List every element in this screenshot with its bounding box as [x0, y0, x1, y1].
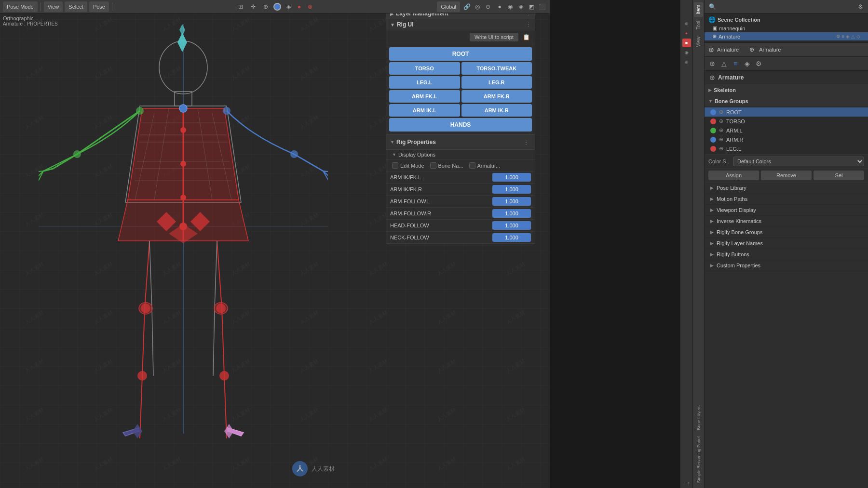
arm-fk-l-button[interactable]: ARM FK.L: [389, 90, 460, 103]
write-ui-icon[interactable]: 📋: [521, 32, 531, 42]
arm-tab-icon-3[interactable]: ≡: [731, 59, 740, 68]
color-set-select[interactable]: Default Colors Custom: [733, 157, 864, 166]
skeleton-section-header[interactable]: ▶ Skeleton: [705, 85, 868, 95]
filter-icon[interactable]: ⚙: [855, 2, 865, 12]
arm-ik-l-button[interactable]: ARM IK.L: [389, 104, 460, 117]
rig-ui-options-icon[interactable]: ⋮: [526, 22, 531, 28]
prop-section-rigify-bone-groups[interactable]: ▶Rigify Bone Groups: [705, 227, 868, 238]
bone-group-item-arm.r[interactable]: ⊕ARM.R: [705, 135, 868, 144]
vtab-view[interactable]: View: [694, 34, 703, 50]
remove-button[interactable]: Remove: [761, 171, 812, 180]
rig-ui-title: Rig UI: [397, 21, 526, 28]
bone-group-icon: ⊕: [719, 118, 723, 124]
svg-point-21: [179, 223, 187, 230]
snapping-icons: 🔗 ◎ ⊙: [462, 2, 493, 12]
assign-button[interactable]: Assign: [708, 171, 759, 180]
viewport-icon-move[interactable]: ⊕: [261, 2, 271, 12]
bl-icon-2[interactable]: ●: [682, 29, 691, 38]
global-label[interactable]: Global: [437, 1, 460, 12]
rig-ui-arrow: ▼: [390, 22, 395, 27]
bl-icon-4[interactable]: ◉: [682, 48, 691, 57]
slider-value-1[interactable]: 1.000: [492, 185, 531, 194]
prop-section-viewport-display[interactable]: ▶Viewport Display: [705, 205, 868, 216]
bone-groups-section: ▼ Bone Groups ⊕ROOT⊕TORSO⊕ARM.L⊕ARM.R⊕LE…: [705, 96, 868, 155]
arm-props-title-right: Armature: [759, 47, 781, 53]
prop-section-pose-library[interactable]: ▶Pose Library: [705, 183, 868, 194]
prop-section-custom-properties[interactable]: ▶Custom Properties: [705, 260, 868, 271]
search-icon[interactable]: 🔍: [707, 2, 717, 12]
display-options-title: Display Options: [398, 152, 435, 158]
slider-value-3[interactable]: 1.000: [492, 209, 531, 218]
arm-tab-icon-1[interactable]: ⊕: [707, 59, 717, 68]
color-set-label: Color S..: [708, 158, 730, 164]
arm-ik-r-button[interactable]: ARM IK.R: [461, 104, 532, 117]
prop-section-rigify-layer-names[interactable]: ▶Rigify Layer Names: [705, 238, 868, 249]
svg-point-10: [290, 150, 298, 158]
edit-mode-checkbox[interactable]: [392, 162, 398, 169]
svg-point-18: [180, 127, 186, 133]
svg-point-19: [180, 161, 186, 167]
arm-tab-icon-2[interactable]: △: [719, 59, 729, 68]
leg-r-button[interactable]: LEG.R: [461, 76, 532, 89]
bl-icon-5[interactable]: ⊕: [682, 58, 691, 66]
pose-menu-button[interactable]: Pose: [89, 1, 109, 12]
viewport-icon-grid[interactable]: ⊞: [236, 2, 245, 12]
hands-button[interactable]: HANDS: [389, 118, 532, 132]
bone-names-checkbox-item[interactable]: Bone Na...: [430, 162, 463, 169]
prop-section-inverse-kinematics[interactable]: ▶Inverse Kinematics: [705, 216, 868, 227]
leg-l-button[interactable]: LEG.L: [389, 76, 460, 89]
bone-groups-section-header[interactable]: ▼ Bone Groups: [705, 96, 868, 106]
viewport-icon-cursor[interactable]: ✛: [248, 2, 258, 12]
slider-value-5[interactable]: 1.000: [492, 233, 531, 242]
rig-props-options-icon[interactable]: ⋮: [521, 137, 531, 147]
bone-group-item-arm.l[interactable]: ⊕ARM.L: [705, 126, 868, 135]
display-options-header[interactable]: ▼ Display Options: [386, 150, 535, 160]
torso-button[interactable]: TORSO: [389, 62, 460, 75]
arm-tab-icon-4[interactable]: ◈: [742, 59, 752, 68]
armature-checkbox[interactable]: [469, 162, 475, 169]
bl-icon-bottom[interactable]: ⋮⋮: [682, 479, 691, 488]
slider-row-3: ARM-FOLLOW.R1.000: [386, 208, 535, 220]
display-options-checkboxes: Edit Mode Bone Na... Armatur...: [386, 160, 535, 171]
bone-group-item-torso[interactable]: ⊕TORSO: [705, 117, 868, 126]
prop-section-label: Rigify Layer Names: [717, 240, 763, 246]
bone-group-icon: ⊕: [719, 109, 723, 115]
prop-section-rigify-buttons[interactable]: ▶Rigify Buttons: [705, 249, 868, 260]
bone-group-item-root[interactable]: ⊕ROOT: [705, 107, 868, 117]
mannequin-item[interactable]: ▣ mannequin: [705, 24, 868, 32]
slider-value-4[interactable]: 1.000: [492, 221, 531, 230]
rig-ui-panel: ▶ Layer Management ⋮ ▼ Rig UI ⋮ Write UI…: [386, 8, 535, 244]
slider-value-2[interactable]: 1.000: [492, 197, 531, 206]
bone-names-checkbox[interactable]: [430, 162, 436, 169]
select-button[interactable]: Sel: [814, 171, 864, 180]
vtab-item[interactable]: Item: [694, 2, 703, 17]
bone-group-item-leg.l[interactable]: ⊕LEG.L: [705, 144, 868, 153]
torso-row: TORSO TORSO-TWEAK: [389, 62, 532, 75]
pose-mode-button[interactable]: Pose Mode: [3, 1, 38, 12]
arm-tab-icon-5[interactable]: ⚙: [754, 59, 763, 68]
rig-properties-header[interactable]: ▼ Rig Properties ⋮: [386, 134, 535, 150]
bl-icon-1[interactable]: ⊕: [682, 19, 691, 28]
torso-tweak-button[interactable]: TORSO-TWEAK: [461, 62, 532, 75]
mannequin-figure: [39, 19, 328, 438]
vtab-bone-layers[interactable]: Bone Layers: [694, 403, 703, 433]
select-menu-button[interactable]: Select: [65, 1, 87, 12]
edit-mode-checkbox-item[interactable]: Edit Mode: [392, 162, 424, 169]
viewport-shading[interactable]: ◈ ● ⊗: [284, 2, 315, 12]
armature-checkbox-item[interactable]: Armatur...: [469, 162, 501, 169]
bl-icon-3[interactable]: ■: [682, 39, 691, 47]
write-ui-button[interactable]: Write UI to script: [470, 33, 518, 41]
view-menu-button[interactable]: View: [44, 1, 63, 12]
armature-row-icon: ⊕: [709, 74, 715, 81]
arm-fk-r-button[interactable]: ARM FK.R: [461, 90, 532, 103]
viewport-pivot-point[interactable]: [273, 3, 281, 11]
vtab-tool[interactable]: Tool: [694, 18, 703, 32]
bone-group-color-dot: [710, 146, 716, 152]
vtab-simple-renaming[interactable]: Simple Renaming Panel: [694, 434, 703, 486]
slider-value-0[interactable]: 1.000: [492, 173, 531, 182]
leg-row: LEG.L LEG.R: [389, 76, 532, 89]
prop-section-motion-paths[interactable]: ▶Motion Paths: [705, 194, 868, 205]
root-button[interactable]: ROOT: [389, 47, 532, 61]
shading-icons: ● ◉ ◈ ◩ ⬛: [495, 2, 547, 12]
armature-item[interactable]: ⊕ Armature ⚙ ≡ ◈ △ ◇: [705, 32, 868, 40]
